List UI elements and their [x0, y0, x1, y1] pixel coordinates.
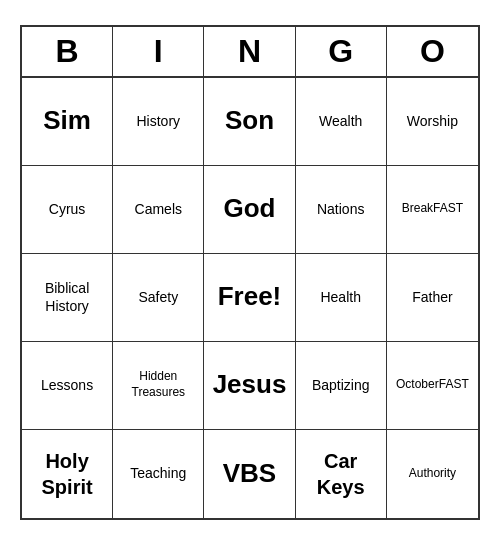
- bingo-cell-23[interactable]: Car Keys: [296, 430, 387, 518]
- cell-text-8: Nations: [317, 200, 364, 218]
- bingo-cell-4[interactable]: Worship: [387, 78, 478, 166]
- cell-text-11: Safety: [138, 288, 178, 306]
- header-letter-g: G: [296, 27, 387, 76]
- cell-text-15: Lessons: [41, 376, 93, 394]
- bingo-cell-0[interactable]: Sim: [22, 78, 113, 166]
- cell-text-4: Worship: [407, 112, 458, 130]
- bingo-grid: SimHistorySonWealthWorshipCyrusCamelsGod…: [22, 78, 478, 518]
- cell-text-0: Sim: [43, 104, 91, 138]
- bingo-cell-18[interactable]: Baptizing: [296, 342, 387, 430]
- bingo-cell-8[interactable]: Nations: [296, 166, 387, 254]
- bingo-cell-12[interactable]: Free!: [204, 254, 295, 342]
- cell-text-24: Authority: [409, 466, 456, 482]
- bingo-cell-11[interactable]: Safety: [113, 254, 204, 342]
- bingo-cell-13[interactable]: Health: [296, 254, 387, 342]
- bingo-cell-3[interactable]: Wealth: [296, 78, 387, 166]
- bingo-cell-21[interactable]: Teaching: [113, 430, 204, 518]
- cell-text-9: BreakFAST: [402, 201, 463, 217]
- bingo-cell-24[interactable]: Authority: [387, 430, 478, 518]
- bingo-cell-16[interactable]: Hidden Treasures: [113, 342, 204, 430]
- cell-text-6: Camels: [135, 200, 182, 218]
- header-letter-n: N: [204, 27, 295, 76]
- cell-text-18: Baptizing: [312, 376, 370, 394]
- bingo-cell-9[interactable]: BreakFAST: [387, 166, 478, 254]
- cell-text-2: Son: [225, 104, 274, 138]
- bingo-cell-6[interactable]: Camels: [113, 166, 204, 254]
- bingo-cell-19[interactable]: OctoberFAST: [387, 342, 478, 430]
- cell-text-23: Car Keys: [300, 448, 382, 500]
- cell-text-17: Jesus: [213, 368, 287, 402]
- bingo-cell-7[interactable]: God: [204, 166, 295, 254]
- cell-text-14: Father: [412, 288, 452, 306]
- bingo-card: BINGO SimHistorySonWealthWorshipCyrusCam…: [20, 25, 480, 520]
- header-letter-b: B: [22, 27, 113, 76]
- header-letter-o: O: [387, 27, 478, 76]
- bingo-cell-14[interactable]: Father: [387, 254, 478, 342]
- cell-text-12: Free!: [218, 280, 282, 314]
- cell-text-13: Health: [320, 288, 360, 306]
- cell-text-3: Wealth: [319, 112, 362, 130]
- cell-text-21: Teaching: [130, 464, 186, 482]
- bingo-cell-10[interactable]: Biblical History: [22, 254, 113, 342]
- cell-text-19: OctoberFAST: [396, 377, 469, 393]
- cell-text-22: VBS: [223, 457, 276, 491]
- cell-text-16: Hidden Treasures: [117, 369, 199, 400]
- cell-text-20: Holy Spirit: [26, 448, 108, 500]
- cell-text-5: Cyrus: [49, 200, 86, 218]
- bingo-cell-1[interactable]: History: [113, 78, 204, 166]
- bingo-header: BINGO: [22, 27, 478, 78]
- header-letter-i: I: [113, 27, 204, 76]
- bingo-cell-5[interactable]: Cyrus: [22, 166, 113, 254]
- bingo-cell-2[interactable]: Son: [204, 78, 295, 166]
- bingo-cell-15[interactable]: Lessons: [22, 342, 113, 430]
- bingo-cell-17[interactable]: Jesus: [204, 342, 295, 430]
- cell-text-1: History: [137, 112, 181, 130]
- bingo-cell-22[interactable]: VBS: [204, 430, 295, 518]
- cell-text-10: Biblical History: [26, 279, 108, 315]
- cell-text-7: God: [223, 192, 275, 226]
- bingo-cell-20[interactable]: Holy Spirit: [22, 430, 113, 518]
